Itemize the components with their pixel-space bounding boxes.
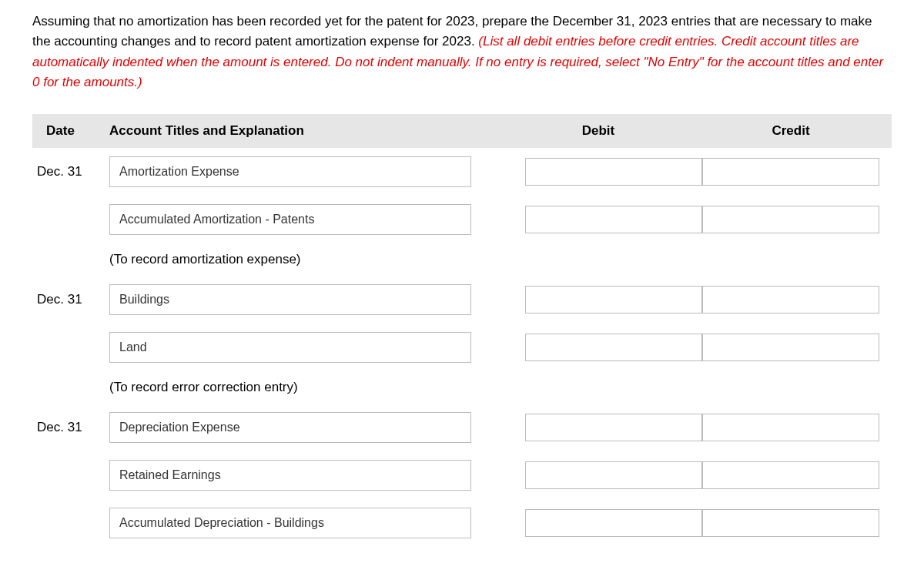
- account-input[interactable]: [109, 332, 471, 363]
- credit-input[interactable]: [702, 414, 879, 441]
- entry-description: (To record amortization expense): [109, 252, 301, 267]
- account-input[interactable]: [109, 508, 471, 538]
- header-credit: Credit: [695, 123, 887, 139]
- table-row: [32, 196, 892, 243]
- description-row: (To record amortization expense): [32, 243, 892, 276]
- table-row: [32, 499, 892, 547]
- credit-input[interactable]: [702, 334, 879, 361]
- header-debit: Debit: [502, 123, 695, 139]
- debit-input[interactable]: [525, 158, 702, 186]
- account-input[interactable]: [109, 204, 471, 235]
- debit-input[interactable]: [525, 286, 702, 313]
- table-row: Dec. 31: [32, 404, 892, 451]
- credit-input[interactable]: [702, 286, 879, 313]
- credit-input[interactable]: [702, 158, 879, 186]
- account-input[interactable]: [109, 460, 471, 491]
- debit-input[interactable]: [525, 509, 702, 537]
- journal-table: Date Account Titles and Explanation Debi…: [32, 114, 892, 547]
- account-input[interactable]: [109, 284, 471, 315]
- date-cell: Dec. 31: [32, 292, 109, 307]
- credit-input[interactable]: [702, 509, 879, 537]
- debit-input[interactable]: [525, 206, 702, 233]
- debit-input[interactable]: [525, 334, 702, 361]
- header-date: Date: [32, 123, 109, 139]
- account-input[interactable]: [109, 412, 471, 443]
- table-header: Date Account Titles and Explanation Debi…: [32, 114, 892, 148]
- header-account: Account Titles and Explanation: [109, 123, 502, 139]
- description-row: (To record error correction entry): [32, 371, 892, 404]
- table-row: [32, 324, 892, 371]
- table-row: Dec. 31: [32, 276, 892, 324]
- account-input[interactable]: [109, 156, 471, 187]
- date-cell: Dec. 31: [32, 420, 109, 435]
- date-cell: Dec. 31: [32, 164, 109, 179]
- debit-input[interactable]: [525, 414, 702, 441]
- instructions: Assuming that no amortization has been r…: [32, 12, 892, 92]
- table-row: [32, 451, 892, 499]
- entry-description: (To record error correction entry): [109, 380, 298, 395]
- table-row: Dec. 31: [32, 148, 892, 196]
- debit-input[interactable]: [525, 461, 702, 489]
- credit-input[interactable]: [702, 206, 879, 233]
- credit-input[interactable]: [702, 461, 879, 489]
